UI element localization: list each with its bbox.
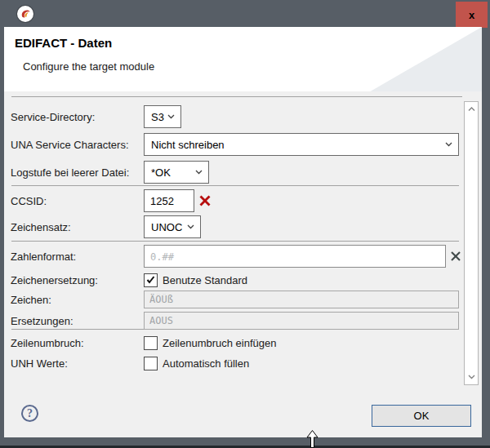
row-unh-werte: UNH Werte: Automatisch füllen bbox=[11, 356, 249, 370]
row-zeichen: Zeichen: bbox=[11, 291, 459, 308]
dropdown-value: UNOC bbox=[151, 221, 182, 233]
row-ersetzungen: Ersetzungen: bbox=[11, 312, 459, 330]
ok-button-label: OK bbox=[414, 410, 430, 422]
close-icon: x bbox=[469, 9, 474, 21]
clear-x-icon[interactable] bbox=[450, 251, 461, 262]
row-service-directory: Service-Directory: S3 bbox=[11, 105, 181, 128]
dialog-header: EDIFACT - Daten Configure the target mod… bbox=[4, 27, 482, 91]
unh-werte-checkbox-label: Automatisch füllen bbox=[163, 357, 249, 370]
app-logo-icon bbox=[17, 6, 33, 22]
row-zahlenformat: Zahlenformat: bbox=[11, 245, 461, 268]
service-directory-dropdown[interactable]: S3 bbox=[144, 105, 181, 128]
benutze-standard-checkbox[interactable] bbox=[144, 273, 158, 287]
resize-cursor-icon bbox=[305, 430, 319, 448]
help-icon: ? bbox=[27, 407, 33, 420]
ersetzungen-input bbox=[144, 312, 459, 330]
una-service-characters-dropdown[interactable]: Nicht schreiben bbox=[144, 133, 459, 156]
unh-werte-checkbox[interactable] bbox=[144, 357, 158, 370]
row-una-service-characters: UNA Service Characters: Nicht schreiben bbox=[11, 133, 459, 156]
zeichensatz-dropdown[interactable]: UNOC bbox=[144, 215, 201, 238]
logstufe-dropdown[interactable]: *OK bbox=[144, 161, 209, 184]
scrollbar-down-icon[interactable] bbox=[465, 370, 478, 384]
help-button[interactable]: ? bbox=[21, 405, 38, 422]
service-directory-label: Service-Directory: bbox=[11, 111, 144, 123]
benutze-standard-checkbox-label: Benutze Standard bbox=[163, 274, 247, 286]
ccsid-input[interactable] bbox=[144, 189, 194, 212]
zeichen-input bbox=[144, 291, 459, 308]
page-subtitle: Configure the target module bbox=[23, 60, 154, 73]
row-zeilenumbruch: Zeilenumbruch: Zeilenumbruch einfügen bbox=[11, 335, 276, 350]
row-ccsid: CCSID: bbox=[11, 189, 212, 212]
una-service-characters-label: UNA Service Characters: bbox=[11, 139, 144, 151]
ok-button[interactable]: OK bbox=[372, 405, 471, 427]
page-title: EDIFACT - Daten bbox=[15, 36, 112, 50]
separator bbox=[11, 185, 459, 186]
zeilenumbruch-checkbox[interactable] bbox=[144, 336, 158, 350]
zeilenumbruch-checkbox-label: Zeilenumbruch einfügen bbox=[163, 337, 276, 349]
zeichensatz-label: Zeichensatz: bbox=[11, 221, 144, 233]
separator bbox=[11, 96, 462, 97]
header-gradient-decoration bbox=[339, 27, 482, 91]
titlebar[interactable]: x bbox=[0, 0, 490, 27]
row-zeichenersetzung: Zeichenersetzung: Benutze Standard bbox=[11, 273, 247, 287]
row-logstufe: Logstufe bei leerer Datei: *OK bbox=[11, 161, 209, 184]
unh-werte-label: UNH Werte: bbox=[11, 357, 144, 370]
zeichen-label: Zeichen: bbox=[11, 294, 144, 306]
ersetzungen-label: Ersetzungen: bbox=[11, 315, 144, 327]
separator bbox=[11, 241, 459, 242]
check-icon bbox=[146, 276, 155, 284]
chevron-down-icon bbox=[195, 170, 203, 175]
zahlenformat-label: Zahlenformat: bbox=[11, 251, 144, 263]
ccsid-label: CCSID: bbox=[11, 195, 144, 207]
scrollbar-up-icon[interactable] bbox=[465, 103, 478, 116]
error-x-icon bbox=[198, 194, 212, 207]
zeilenumbruch-label: Zeilenumbruch: bbox=[11, 337, 144, 349]
zeichenersetzung-label: Zeichenersetzung: bbox=[11, 274, 144, 286]
zahlenformat-input[interactable] bbox=[144, 245, 446, 268]
chevron-down-icon bbox=[167, 114, 175, 119]
dialog-window: x EDIFACT - Daten Configure the target m… bbox=[0, 0, 490, 448]
chevron-down-icon bbox=[445, 142, 452, 147]
vertical-scrollbar[interactable] bbox=[464, 101, 479, 385]
row-zeichensatz: Zeichensatz: UNOC bbox=[11, 215, 201, 238]
close-button[interactable]: x bbox=[456, 2, 488, 28]
dropdown-value: S3 bbox=[151, 111, 164, 123]
logstufe-label: Logstufe bei leerer Datei: bbox=[11, 166, 144, 179]
dropdown-value: Nicht schreiben bbox=[151, 139, 225, 151]
dropdown-value: *OK bbox=[151, 166, 171, 179]
chevron-down-icon bbox=[187, 224, 194, 229]
